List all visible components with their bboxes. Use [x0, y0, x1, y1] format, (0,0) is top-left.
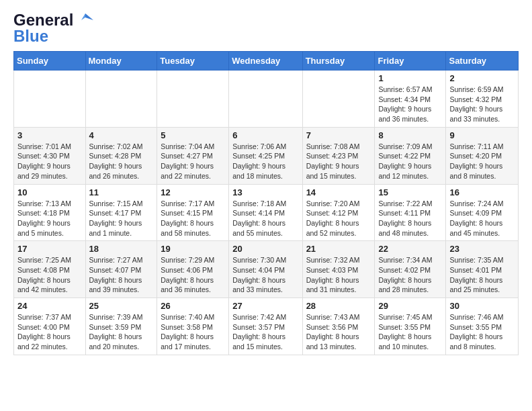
day-number: 21 — [306, 244, 371, 254]
day-number: 24 — [17, 301, 82, 311]
day-number: 8 — [378, 130, 442, 140]
calendar-cell: 3Sunrise: 7:01 AM Sunset: 4:30 PM Daylig… — [14, 127, 86, 184]
svg-marker-0 — [85, 13, 93, 20]
calendar-cell: 21Sunrise: 7:32 AM Sunset: 4:03 PM Dayli… — [302, 241, 375, 298]
logo-blue: Blue — [13, 27, 48, 46]
day-info: Sunrise: 7:02 AM Sunset: 4:28 PM Dayligh… — [89, 142, 154, 181]
calendar-week-row: 24Sunrise: 7:37 AM Sunset: 4:00 PM Dayli… — [14, 298, 519, 355]
day-number: 7 — [306, 130, 371, 140]
day-info: Sunrise: 7:30 AM Sunset: 4:04 PM Dayligh… — [232, 255, 298, 295]
calendar-cell: 6Sunrise: 7:06 AM Sunset: 4:25 PM Daylig… — [229, 127, 302, 184]
weekday-header-saturday: Saturday — [446, 52, 519, 71]
weekday-header-thursday: Thursday — [302, 52, 375, 71]
day-number: 25 — [89, 301, 154, 311]
calendar-cell: 4Sunrise: 7:02 AM Sunset: 4:28 PM Daylig… — [85, 127, 157, 184]
day-info: Sunrise: 6:57 AM Sunset: 4:34 PM Dayligh… — [378, 85, 442, 124]
calendar-cell: 30Sunrise: 7:46 AM Sunset: 3:55 PM Dayli… — [446, 298, 519, 355]
day-info: Sunrise: 7:25 AM Sunset: 4:08 PM Dayligh… — [17, 255, 82, 295]
day-number: 11 — [89, 187, 154, 197]
day-number: 23 — [449, 244, 515, 254]
day-info: Sunrise: 7:15 AM Sunset: 4:17 PM Dayligh… — [89, 199, 154, 238]
header: General Blue — [13, 11, 519, 46]
day-info: Sunrise: 7:01 AM Sunset: 4:30 PM Dayligh… — [17, 142, 82, 181]
day-info: Sunrise: 7:13 AM Sunset: 4:18 PM Dayligh… — [17, 199, 82, 238]
day-number: 5 — [161, 130, 225, 140]
day-number: 3 — [17, 130, 82, 140]
calendar-cell: 25Sunrise: 7:39 AM Sunset: 3:59 PM Dayli… — [85, 298, 157, 355]
day-number: 10 — [17, 187, 82, 197]
day-info: Sunrise: 7:37 AM Sunset: 4:00 PM Dayligh… — [17, 312, 82, 352]
day-number: 14 — [306, 187, 371, 197]
calendar-cell: 26Sunrise: 7:40 AM Sunset: 3:58 PM Dayli… — [157, 298, 229, 355]
day-info: Sunrise: 7:34 AM Sunset: 4:02 PM Dayligh… — [378, 255, 442, 295]
calendar-cell — [157, 71, 229, 128]
day-info: Sunrise: 7:22 AM Sunset: 4:11 PM Dayligh… — [378, 199, 442, 238]
day-info: Sunrise: 7:24 AM Sunset: 4:09 PM Dayligh… — [449, 199, 515, 238]
day-info: Sunrise: 7:20 AM Sunset: 4:12 PM Dayligh… — [306, 199, 371, 238]
weekday-header-wednesday: Wednesday — [229, 52, 302, 71]
calendar-cell — [302, 71, 375, 128]
calendar-cell: 9Sunrise: 7:11 AM Sunset: 4:20 PM Daylig… — [446, 127, 519, 184]
calendar-cell: 1Sunrise: 6:57 AM Sunset: 4:34 PM Daylig… — [375, 71, 446, 128]
calendar-cell: 2Sunrise: 6:59 AM Sunset: 4:32 PM Daylig… — [446, 71, 519, 128]
weekday-header-sunday: Sunday — [14, 52, 86, 71]
calendar-cell: 23Sunrise: 7:35 AM Sunset: 4:01 PM Dayli… — [446, 241, 519, 298]
day-info: Sunrise: 7:40 AM Sunset: 3:58 PM Dayligh… — [161, 312, 225, 352]
calendar-cell: 10Sunrise: 7:13 AM Sunset: 4:18 PM Dayli… — [14, 184, 86, 241]
weekday-header-monday: Monday — [85, 52, 157, 71]
day-number: 15 — [378, 187, 442, 197]
calendar-cell: 5Sunrise: 7:04 AM Sunset: 4:27 PM Daylig… — [157, 127, 229, 184]
calendar-cell: 17Sunrise: 7:25 AM Sunset: 4:08 PM Dayli… — [14, 241, 86, 298]
day-number: 28 — [306, 301, 371, 311]
day-number: 12 — [161, 187, 225, 197]
day-info: Sunrise: 7:43 AM Sunset: 3:56 PM Dayligh… — [306, 312, 371, 352]
day-info: Sunrise: 7:46 AM Sunset: 3:55 PM Dayligh… — [449, 312, 515, 352]
weekday-header-tuesday: Tuesday — [157, 52, 229, 71]
day-number: 6 — [232, 130, 298, 140]
day-info: Sunrise: 7:11 AM Sunset: 4:20 PM Dayligh… — [449, 142, 515, 181]
calendar-cell: 24Sunrise: 7:37 AM Sunset: 4:00 PM Dayli… — [14, 298, 86, 355]
day-info: Sunrise: 7:35 AM Sunset: 4:01 PM Dayligh… — [449, 255, 515, 295]
calendar-header-row: SundayMondayTuesdayWednesdayThursdayFrid… — [14, 52, 519, 71]
day-number: 29 — [378, 301, 442, 311]
calendar-cell: 20Sunrise: 7:30 AM Sunset: 4:04 PM Dayli… — [229, 241, 302, 298]
day-number: 18 — [89, 244, 154, 254]
calendar-week-row: 10Sunrise: 7:13 AM Sunset: 4:18 PM Dayli… — [14, 184, 519, 241]
calendar-week-row: 3Sunrise: 7:01 AM Sunset: 4:30 PM Daylig… — [14, 127, 519, 184]
calendar-cell: 22Sunrise: 7:34 AM Sunset: 4:02 PM Dayli… — [375, 241, 446, 298]
calendar-cell: 16Sunrise: 7:24 AM Sunset: 4:09 PM Dayli… — [446, 184, 519, 241]
calendar-week-row: 1Sunrise: 6:57 AM Sunset: 4:34 PM Daylig… — [14, 71, 519, 128]
day-info: Sunrise: 7:09 AM Sunset: 4:22 PM Dayligh… — [378, 142, 442, 181]
calendar-cell: 28Sunrise: 7:43 AM Sunset: 3:56 PM Dayli… — [302, 298, 375, 355]
day-number: 26 — [161, 301, 225, 311]
calendar-cell: 13Sunrise: 7:18 AM Sunset: 4:14 PM Dayli… — [229, 184, 302, 241]
day-info: Sunrise: 7:27 AM Sunset: 4:07 PM Dayligh… — [89, 255, 154, 295]
day-info: Sunrise: 7:29 AM Sunset: 4:06 PM Dayligh… — [161, 255, 225, 295]
day-info: Sunrise: 7:18 AM Sunset: 4:14 PM Dayligh… — [232, 199, 298, 238]
day-number: 27 — [232, 301, 298, 311]
day-info: Sunrise: 7:45 AM Sunset: 3:55 PM Dayligh… — [378, 312, 442, 352]
day-number: 1 — [378, 73, 442, 83]
calendar-week-row: 17Sunrise: 7:25 AM Sunset: 4:08 PM Dayli… — [14, 241, 519, 298]
weekday-header-friday: Friday — [375, 52, 446, 71]
day-info: Sunrise: 7:04 AM Sunset: 4:27 PM Dayligh… — [161, 142, 225, 181]
day-number: 4 — [89, 130, 154, 140]
calendar-cell: 8Sunrise: 7:09 AM Sunset: 4:22 PM Daylig… — [375, 127, 446, 184]
day-info: Sunrise: 7:32 AM Sunset: 4:03 PM Dayligh… — [306, 255, 371, 295]
logo-bird-icon — [76, 11, 95, 30]
day-number: 20 — [232, 244, 298, 254]
svg-marker-1 — [81, 13, 85, 20]
day-info: Sunrise: 7:42 AM Sunset: 3:57 PM Dayligh… — [232, 312, 298, 352]
calendar-cell — [14, 71, 86, 128]
day-number: 16 — [449, 187, 515, 197]
calendar-cell: 19Sunrise: 7:29 AM Sunset: 4:06 PM Dayli… — [157, 241, 229, 298]
calendar-cell: 27Sunrise: 7:42 AM Sunset: 3:57 PM Dayli… — [229, 298, 302, 355]
calendar-cell: 14Sunrise: 7:20 AM Sunset: 4:12 PM Dayli… — [302, 184, 375, 241]
day-info: Sunrise: 6:59 AM Sunset: 4:32 PM Dayligh… — [449, 85, 515, 124]
day-number: 30 — [449, 301, 515, 311]
day-number: 22 — [378, 244, 442, 254]
day-info: Sunrise: 7:08 AM Sunset: 4:23 PM Dayligh… — [306, 142, 371, 181]
day-number: 2 — [449, 73, 515, 83]
day-info: Sunrise: 7:39 AM Sunset: 3:59 PM Dayligh… — [89, 312, 154, 352]
calendar-cell — [229, 71, 302, 128]
